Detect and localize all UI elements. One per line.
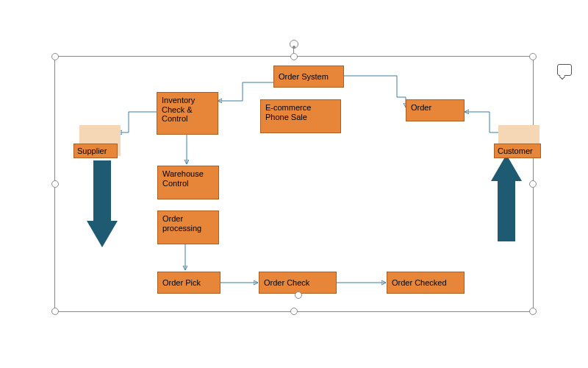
sel-handle-n[interactable] <box>290 53 298 60</box>
shape-edit-handle[interactable] <box>295 291 302 299</box>
down-arrow-icon <box>87 160 118 247</box>
sel-handle-e[interactable] <box>529 180 537 188</box>
box-order-processing[interactable]: Order processing <box>157 210 219 244</box>
svg-marker-2 <box>491 155 522 241</box>
box-customer[interactable]: Customer <box>494 144 541 158</box>
box-order-system[interactable]: Order System <box>273 66 344 88</box>
sel-handle-se[interactable] <box>529 308 537 315</box>
customer-factory-icon <box>498 125 539 138</box>
diagram-canvas: { "boxes": { "order_system": "Order Syst… <box>0 0 588 368</box>
comment-icon[interactable] <box>557 64 572 76</box>
box-inventory[interactable]: Inventory Check & Control <box>157 92 218 135</box>
svg-marker-1 <box>87 160 118 247</box>
box-ecommerce[interactable]: E-commerce Phone Sale <box>260 99 341 133</box>
sel-handle-s[interactable] <box>290 308 298 315</box>
box-warehouse[interactable]: Warehouse Control <box>157 166 219 199</box>
box-order-checked[interactable]: Order Checked <box>387 272 465 294</box>
sel-handle-ne[interactable] <box>529 53 537 60</box>
box-order[interactable]: Order <box>406 99 465 121</box>
box-order-check[interactable]: Order Check <box>259 272 337 294</box>
up-arrow-icon <box>491 155 522 241</box>
sel-handle-sw[interactable] <box>51 308 59 315</box>
box-supplier[interactable]: Supplier <box>74 144 118 158</box>
sel-handle-w[interactable] <box>51 180 59 188</box>
supplier-factory-icon <box>79 125 121 138</box>
sel-handle-nw[interactable] <box>51 53 59 60</box>
rotate-handle[interactable] <box>290 40 298 49</box>
box-order-pick[interactable]: Order Pick <box>157 272 220 294</box>
